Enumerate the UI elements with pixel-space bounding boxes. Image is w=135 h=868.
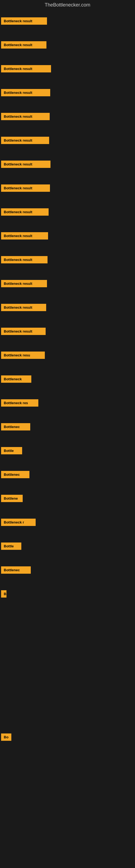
bottleneck-badge[interactable]: Bottleneck result	[1, 280, 47, 287]
bottleneck-row: Bottleneck result	[1, 319, 134, 343]
empty-row	[1, 820, 134, 844]
bottleneck-badge[interactable]: Bottleneck result	[1, 184, 50, 192]
bottleneck-row: Bottle	[1, 439, 134, 463]
bottleneck-badge[interactable]: Bottleneck result	[1, 328, 46, 335]
bottleneck-badge[interactable]: Bottlenec	[1, 566, 31, 574]
empty-row	[1, 749, 134, 773]
bottleneck-badge[interactable]: Bottlenec	[1, 471, 30, 478]
empty-row	[1, 653, 134, 677]
bottleneck-badge[interactable]: Bottleneck	[1, 375, 31, 383]
bottleneck-badge[interactable]: Bottleneck result	[1, 113, 50, 120]
empty-row	[1, 677, 134, 701]
bottleneck-row: Bottleneck result	[1, 296, 134, 319]
bottleneck-row: Bottleneck result	[1, 33, 134, 57]
bottleneck-badge[interactable]: Bottleneck result	[1, 232, 48, 240]
bottleneck-row: Bottleneck result	[1, 272, 134, 296]
bottleneck-row: Bottleneck result	[1, 128, 134, 152]
bottleneck-badge[interactable]: Bottleneck res	[1, 399, 38, 407]
bottleneck-badge[interactable]: B	[1, 590, 6, 597]
bottleneck-row: Bottleneck result	[1, 104, 134, 128]
bottleneck-badge[interactable]: Bottle	[1, 542, 21, 550]
bottleneck-badge[interactable]: Bottleneck result	[1, 89, 50, 96]
bottleneck-badge[interactable]: Bottleneck result	[1, 208, 49, 216]
bottleneck-badge[interactable]: Bottleneck r	[1, 519, 36, 526]
empty-row	[1, 606, 134, 629]
bottleneck-row: Bottle	[1, 534, 134, 558]
empty-row	[1, 773, 134, 797]
bottleneck-badge[interactable]: Bottleneck result	[1, 137, 49, 144]
bottleneck-row: Bottleneck result	[1, 224, 134, 248]
empty-row	[1, 701, 134, 725]
bottleneck-badge[interactable]: Bottleneck result	[1, 18, 47, 25]
bottleneck-badge[interactable]: Bottleneck result	[1, 41, 46, 49]
bottleneck-row: Bottleneck result	[1, 200, 134, 224]
bottleneck-row: Bo	[1, 725, 134, 749]
bottleneck-row: Bottlene	[1, 486, 134, 510]
bottleneck-row: Bottleneck result	[1, 176, 134, 200]
bottleneck-row: Bottleneck resu	[1, 343, 134, 367]
bottleneck-badge[interactable]: Bottlenec	[1, 423, 30, 431]
bottleneck-row: Bottleneck result	[1, 57, 134, 81]
bottleneck-row: Bottleneck result	[1, 81, 134, 104]
bottleneck-row: Bottlenec	[1, 463, 134, 486]
bottleneck-badge[interactable]: Bottleneck result	[1, 65, 51, 72]
bottleneck-row: Bottleneck r	[1, 510, 134, 534]
bottleneck-badge[interactable]: Bottlene	[1, 495, 23, 502]
bottleneck-row: Bottleneck result	[1, 9, 134, 33]
bottleneck-row: Bottlenec	[1, 415, 134, 439]
empty-row	[1, 629, 134, 653]
bottleneck-row: Bottlenec	[1, 558, 134, 582]
bottleneck-badge[interactable]: Bo	[1, 734, 11, 741]
bottleneck-row: Bottleneck result	[1, 152, 134, 176]
bottleneck-row: Bottleneck	[1, 367, 134, 391]
bottleneck-badge[interactable]: Bottleneck result	[1, 256, 48, 264]
site-title: TheBottlenecker.com	[1, 0, 134, 9]
bottleneck-badge[interactable]: Bottleneck result	[1, 304, 46, 311]
bottleneck-badge[interactable]: Bottleneck result	[1, 161, 50, 168]
bottleneck-row: Bottleneck result	[1, 248, 134, 272]
empty-row	[1, 844, 134, 868]
empty-row	[1, 797, 134, 820]
bottleneck-badge[interactable]: Bottle	[1, 447, 22, 454]
bottleneck-row: Bottleneck res	[1, 391, 134, 415]
bottleneck-row: B	[1, 582, 134, 606]
bottleneck-badge[interactable]: Bottleneck resu	[1, 351, 45, 359]
